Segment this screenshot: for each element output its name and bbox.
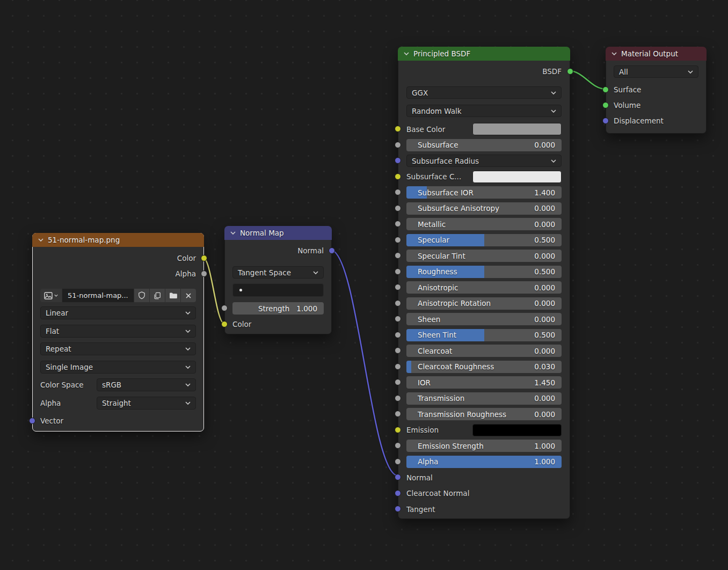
socket-color-output[interactable] — [201, 255, 207, 261]
subsurface-anisotropy-slider[interactable]: Subsurface Anisotropy0.000 — [406, 202, 562, 215]
subsurface-c-swatch[interactable] — [472, 171, 562, 183]
new-copy-button[interactable] — [150, 289, 165, 302]
projection-select[interactable]: Flat — [40, 325, 196, 338]
socket-displacement-input[interactable] — [602, 118, 609, 124]
target-value: All — [619, 68, 628, 76]
emission-strength-slider[interactable]: Emission Strength1.000 — [406, 440, 562, 452]
roughness-slider[interactable]: Roughness0.500 — [406, 266, 562, 278]
open-file-button[interactable] — [165, 289, 180, 302]
unlink-button[interactable] — [181, 289, 196, 302]
socket-subsurface-radius-input[interactable] — [395, 157, 401, 164]
socket-transmission-roughness-input[interactable] — [395, 411, 401, 417]
clearcoat-slider[interactable]: Clearcoat0.000 — [406, 345, 562, 357]
socket-tangent-input[interactable] — [395, 506, 401, 512]
socket-alpha-output[interactable] — [201, 271, 207, 277]
node-editor-canvas[interactable]: 51-normal-map.png Color Alpha 51-normal- — [0, 0, 728, 570]
interpolation-select[interactable]: Linear — [40, 306, 196, 319]
node-normal-map[interactable]: Normal Map Normal Tangent Space Strength… — [224, 226, 332, 334]
subsurface-ior-slider[interactable]: Subsurface IOR1.400 — [406, 186, 562, 199]
strength-slider[interactable]: Strength 1.000 — [232, 302, 324, 315]
transmission-roughness-slider[interactable]: Transmission Roughness0.000 — [406, 408, 562, 420]
output-row-color: Color — [40, 252, 196, 265]
bsdf-row-ior: IOR1.450 — [406, 376, 562, 389]
base-color-swatch[interactable] — [472, 123, 562, 135]
node-normal-map-header[interactable]: Normal Map — [224, 226, 332, 240]
socket-normal-output[interactable] — [329, 247, 335, 254]
random-walk-select[interactable]: Random Walk — [406, 105, 562, 117]
space-select[interactable]: Tangent Space — [232, 266, 324, 279]
collapse-chevron-icon[interactable] — [230, 231, 236, 235]
source-value: Single Image — [46, 363, 93, 371]
node-material-output[interactable]: Material Output All Surface Volume Displ… — [606, 47, 707, 134]
ggx-select[interactable]: GGX — [406, 86, 562, 99]
socket-subsurface-c-input[interactable] — [395, 173, 401, 180]
collapse-chevron-icon[interactable] — [611, 52, 617, 55]
transmission-slider[interactable]: Transmission0.000 — [406, 392, 562, 405]
image-name-field[interactable]: 51-normal-map... — [62, 289, 134, 302]
extension-select[interactable]: Repeat — [40, 342, 196, 355]
fake-user-button[interactable] — [134, 289, 149, 302]
socket-specular-input[interactable] — [395, 237, 401, 243]
socket-subsurface-anisotropy-input[interactable] — [395, 205, 401, 211]
socket-sheen-tint-input[interactable] — [395, 332, 401, 338]
socket-ior-input[interactable] — [395, 379, 401, 385]
socket-specular-tint-input[interactable] — [395, 252, 401, 259]
socket-roughness-input[interactable] — [395, 268, 401, 275]
specular-tint-slider[interactable]: Specular Tint0.000 — [406, 250, 562, 262]
node-principled-bsdf[interactable]: Principled BSDF BSDF GGXRandom WalkBase … — [398, 47, 570, 519]
subsurface-radius-select[interactable]: Subsurface Radius — [406, 155, 562, 167]
metallic-slider[interactable]: Metallic0.000 — [406, 218, 562, 230]
socket-transmission-input[interactable] — [395, 395, 401, 401]
socket-clearcoat-normal-input[interactable] — [395, 490, 401, 496]
socket-subsurface-input[interactable] — [395, 142, 401, 148]
ior-slider[interactable]: IOR1.450 — [406, 376, 562, 389]
sheen-tint-value: 0.500 — [534, 331, 555, 339]
sheen-tint-slider[interactable]: Sheen Tint0.500 — [406, 329, 562, 341]
socket-emission-strength-input[interactable] — [395, 442, 401, 449]
node-image-texture-header[interactable]: 51-normal-map.png — [32, 233, 204, 247]
clearcoat-roughness-slider[interactable]: Clearcoat Roughness0.030 — [406, 361, 562, 373]
socket-alpha-input[interactable] — [395, 458, 401, 465]
uv-map-field[interactable] — [232, 283, 324, 297]
collapse-chevron-icon[interactable] — [404, 52, 409, 55]
socket-bsdf-output[interactable] — [567, 68, 573, 75]
socket-clearcoat-input[interactable] — [395, 347, 401, 354]
collapse-chevron-icon[interactable] — [38, 238, 43, 242]
socket-anisotropic-rotation-input[interactable] — [395, 300, 401, 306]
alpha-slider[interactable]: Alpha1.000 — [406, 456, 562, 468]
socket-base-color-input[interactable] — [395, 126, 401, 132]
anisotropic-slider[interactable]: Anisotropic0.000 — [406, 281, 562, 294]
subsurface-slider[interactable]: Subsurface0.000 — [406, 139, 562, 151]
anisotropic-rotation-slider[interactable]: Anisotropic Rotation0.000 — [406, 297, 562, 310]
node-principled-bsdf-header[interactable]: Principled BSDF — [398, 47, 570, 61]
emission-swatch[interactable] — [472, 424, 562, 436]
socket-vector-input[interactable] — [29, 418, 35, 424]
bsdf-row-roughness: Roughness0.500 — [406, 266, 562, 278]
socket-surface-input[interactable] — [602, 86, 609, 93]
alpha-mode-select[interactable]: Straight — [97, 397, 196, 410]
bsdf-row-alpha: Alpha1.000 — [406, 456, 562, 468]
socket-color-input[interactable] — [221, 321, 228, 327]
output-color-label: Color — [177, 254, 196, 262]
socket-volume-input[interactable] — [602, 102, 609, 108]
color-space-row: Color Space sRGB — [40, 378, 196, 391]
source-select[interactable]: Single Image — [40, 361, 196, 374]
socket-metallic-input[interactable] — [395, 221, 401, 227]
node-image-texture[interactable]: 51-normal-map.png Color Alpha 51-normal- — [32, 233, 204, 432]
socket-sheen-input[interactable] — [395, 316, 401, 322]
socket-clearcoat-roughness-input[interactable] — [395, 363, 401, 370]
socket-subsurface-ior-input[interactable] — [395, 189, 401, 195]
color-space-select[interactable]: sRGB — [97, 378, 196, 391]
node-material-output-header[interactable]: Material Output — [606, 47, 707, 61]
socket-emission-input[interactable] — [395, 427, 401, 433]
socket-anisotropic-input[interactable] — [395, 284, 401, 290]
browse-image-button[interactable] — [40, 289, 62, 302]
sheen-slider[interactable]: Sheen0.000 — [406, 313, 562, 325]
socket-strength-input[interactable] — [221, 305, 228, 311]
target-select[interactable]: All — [614, 65, 698, 78]
specular-slider[interactable]: Specular0.500 — [406, 234, 562, 246]
clearcoat-label: Clearcoat — [418, 347, 452, 355]
socket-normal-input[interactable] — [395, 474, 401, 480]
subsurface-ior-label: Subsurface IOR — [418, 188, 474, 197]
strength-label: Strength — [258, 304, 289, 313]
